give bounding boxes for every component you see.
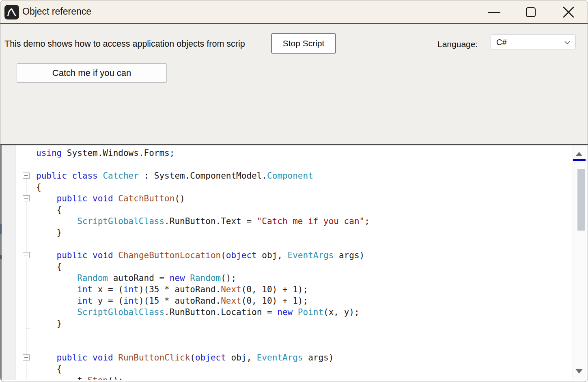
- code-line[interactable]: ScriptGlobalClass.RunButton.Location = n…: [16, 306, 569, 318]
- form-panel: This demo shows how to access applicatio…: [0, 24, 588, 145]
- code-line[interactable]: ScriptGlobalClass.RunButton.Text = "Catc…: [16, 216, 569, 227]
- editor-selection-margin[interactable]: [2, 145, 15, 380]
- code-line[interactable]: [16, 159, 569, 170]
- chevron-down-icon: [564, 41, 571, 45]
- maximize-icon: [526, 7, 536, 17]
- code-line[interactable]: public void CatchButton(): [16, 193, 569, 204]
- code-line[interactable]: public class Catcher : System.ComponentM…: [16, 170, 569, 181]
- code-line[interactable]: public void ChangeButtonLocation(object …: [16, 250, 569, 261]
- code-editor[interactable]: using System.Windows.Forms;public class …: [0, 145, 588, 380]
- close-button[interactable]: [556, 0, 581, 24]
- code-line[interactable]: int x = (int)(35 * autoRand.Next(0, 10) …: [16, 284, 569, 295]
- title-bar[interactable]: Object reference: [0, 0, 588, 24]
- code-line[interactable]: [16, 329, 569, 341]
- code-line[interactable]: {: [16, 181, 569, 193]
- code-line[interactable]: [16, 341, 569, 352]
- language-dropdown[interactable]: C#: [491, 35, 576, 50]
- stop-script-button[interactable]: Stop Script: [271, 33, 336, 54]
- code-line[interactable]: public void RunButtonClick(object obj, E…: [16, 352, 569, 363]
- code-line[interactable]: t.Stop();: [16, 375, 569, 380]
- maximize-button[interactable]: [519, 0, 543, 24]
- close-icon: [562, 6, 575, 18]
- edge-artifact-blue: [0, 224, 2, 234]
- code-line[interactable]: }: [16, 227, 569, 238]
- edge-artifact-dark: [0, 255, 2, 259]
- scroll-position-marker: [573, 159, 586, 161]
- catch-me-button[interactable]: Catch me if you can: [17, 63, 167, 83]
- vertical-scrollbar[interactable]: [573, 145, 586, 380]
- code-line[interactable]: {: [16, 261, 569, 272]
- minimize-icon: [488, 12, 500, 13]
- code-line[interactable]: using System.Windows.Forms;: [16, 147, 569, 159]
- demo-description-text: This demo shows how to access applicatio…: [4, 39, 271, 49]
- scrollbar-thumb[interactable]: [577, 169, 585, 231]
- app-window: Object reference This demo shows how to …: [0, 0, 588, 382]
- window-title: Object reference: [22, 6, 91, 17]
- language-label: Language:: [437, 39, 478, 49]
- code-line[interactable]: {: [16, 204, 569, 216]
- minimize-button[interactable]: [482, 0, 506, 24]
- code-text-area[interactable]: using System.Windows.Forms;public class …: [16, 147, 569, 380]
- scroll-down-icon[interactable]: [575, 369, 583, 373]
- app-logo-icon: [4, 5, 19, 19]
- code-line[interactable]: {: [16, 363, 569, 375]
- code-line[interactable]: int y = (int)(15 * autoRand.Next(0, 10) …: [16, 295, 569, 306]
- scroll-up-icon[interactable]: [575, 152, 583, 156]
- behind-window-edge: [0, 145, 2, 380]
- language-selected-value: C#: [496, 38, 507, 47]
- code-line[interactable]: Random autoRand = new Random();: [16, 272, 569, 284]
- code-line[interactable]: [16, 238, 569, 250]
- code-line[interactable]: }: [16, 318, 569, 329]
